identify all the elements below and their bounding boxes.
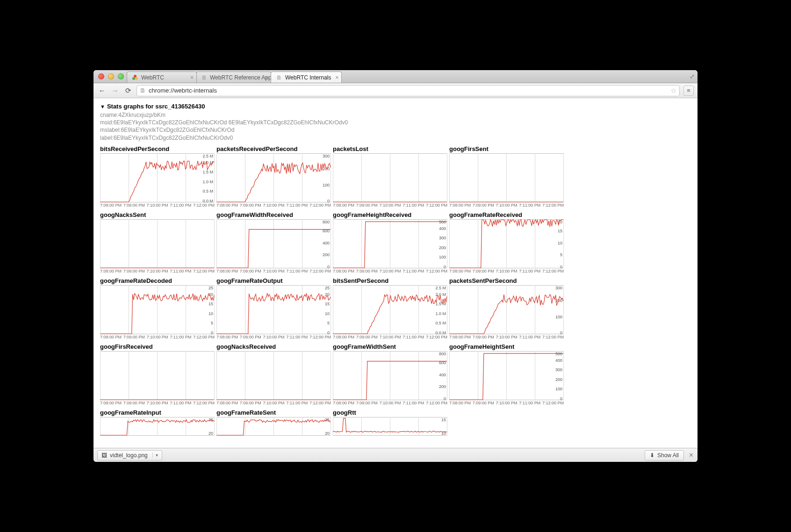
close-shelf-button[interactable]: ✕ (689, 452, 694, 459)
chart-x-axis: 7:08:00 PM7:09:00 PM7:10:00 PM7:11:00 PM… (449, 334, 564, 342)
meta-label: label:6E9IaEYkyxIkTCxDgc82ZGoEhICfxNuCKr… (100, 134, 691, 142)
chrome-menu-button[interactable]: ≡ (683, 86, 694, 96)
x-tick-label: 7:12:00 PM (426, 203, 447, 208)
chart-x-axis: 7:08:00 PM7:09:00 PM7:10:00 PM7:11:00 PM… (449, 400, 564, 408)
x-tick-label: 7:12:00 PM (309, 401, 331, 405)
charts-grid: bitsReceivedPerSecond0.0 M0.5 M1.0 M1.5 … (100, 145, 691, 436)
browser-tab[interactable]: WebRTC× (127, 72, 197, 83)
x-tick-label: 7:09:00 PM (123, 203, 145, 208)
x-tick-label: 7:08:00 PM (333, 269, 354, 273)
chart-x-axis: 7:08:00 PM7:09:00 PM7:10:00 PM7:11:00 PM… (216, 400, 331, 408)
download-item[interactable]: 🖼 vidtel_logo.png ▾ (97, 450, 162, 460)
download-menu-chevron-icon[interactable]: ▾ (152, 453, 158, 458)
x-tick-label: 7:11:00 PM (519, 335, 540, 339)
x-tick-label: 7:10:00 PM (379, 203, 401, 208)
x-tick-label: 7:08:00 PM (100, 269, 122, 273)
svg-text:0: 0 (327, 265, 330, 268)
svg-text:1.5 M: 1.5 M (202, 170, 213, 174)
forward-button[interactable]: → (110, 86, 120, 95)
svg-text:800: 800 (323, 220, 330, 224)
address-bar[interactable]: 🗎 chrome://webrtc-internals ☆ (137, 85, 680, 96)
x-tick-label: 7:09:00 PM (123, 269, 145, 273)
svg-point-0 (134, 75, 137, 78)
x-tick-label: 7:08:00 PM (100, 335, 122, 339)
x-tick-label: 7:09:00 PM (473, 335, 494, 339)
x-tick-label: 7:11:00 PM (286, 401, 308, 405)
x-tick-label: 7:10:00 PM (263, 401, 284, 405)
zoom-window-button[interactable] (118, 73, 124, 79)
close-window-button[interactable] (98, 73, 104, 79)
x-tick-label: 7:08:00 PM (449, 203, 471, 208)
x-tick-label: 7:09:00 PM (473, 203, 494, 208)
bookmark-star-icon[interactable]: ☆ (670, 86, 676, 95)
show-all-downloads-button[interactable]: ⬇ Show All (645, 450, 684, 460)
close-tab-icon[interactable]: × (190, 74, 194, 81)
x-tick-label: 7:10:00 PM (263, 203, 284, 208)
x-tick-label: 7:10:00 PM (496, 269, 517, 273)
svg-text:400: 400 (439, 226, 446, 230)
x-tick-label: 7:11:00 PM (170, 203, 191, 208)
x-tick-label: 7:11:00 PM (519, 401, 540, 405)
chart-title: googFrameWidthSent (333, 343, 447, 350)
page-content[interactable]: ▼ Stats graphs for ssrc_4136526430 cname… (93, 98, 698, 448)
x-tick-label: 7:10:00 PM (496, 335, 517, 339)
browser-tab[interactable]: 🗎WebRTC Reference App× (196, 72, 271, 83)
x-tick-label: 7:12:00 PM (426, 335, 447, 339)
svg-text:100: 100 (323, 182, 330, 187)
chart-plot: 2025 (100, 417, 215, 436)
svg-text:25: 25 (209, 286, 213, 290)
x-tick-label: 7:09:00 PM (240, 269, 261, 273)
svg-text:0.5 M: 0.5 M (202, 189, 213, 194)
x-tick-label: 7:09:00 PM (473, 401, 494, 405)
reload-button[interactable]: ⟳ (123, 86, 133, 95)
x-tick-label: 7:09:00 PM (356, 269, 378, 273)
stats-section-header[interactable]: ▼ Stats graphs for ssrc_4136526430 (100, 103, 691, 110)
minimize-window-button[interactable] (108, 73, 114, 79)
chart-plot: 0100200300400500 (333, 219, 447, 268)
chart-cell: googFrameRateInput2025 (100, 409, 215, 436)
close-tab-icon[interactable]: × (265, 74, 268, 81)
tab-title: WebRTC Internals (285, 74, 331, 81)
x-tick-label: 7:08:00 PM (333, 401, 354, 405)
svg-text:5: 5 (560, 252, 562, 257)
x-tick-label: 7:11:00 PM (403, 203, 424, 208)
x-tick-label: 7:08:00 PM (333, 335, 354, 339)
svg-text:5: 5 (327, 321, 330, 325)
disclosure-triangle-icon[interactable]: ▼ (100, 104, 105, 109)
browser-window: WebRTC×🗎WebRTC Reference App×🗎WebRTC Int… (93, 70, 698, 462)
x-tick-label: 7:10:00 PM (379, 335, 401, 339)
page-icon: 🗎 (140, 87, 146, 94)
svg-text:15: 15 (209, 302, 213, 306)
chart-plot: 0510152025 (100, 285, 215, 334)
svg-text:200: 200 (439, 245, 446, 250)
chart-plot: 0200400600800 (216, 219, 331, 268)
svg-point-1 (132, 77, 135, 80)
x-tick-label: 7:10:00 PM (146, 203, 168, 208)
x-tick-label: 7:08:00 PM (333, 203, 354, 208)
svg-text:0: 0 (327, 331, 330, 334)
svg-text:0: 0 (560, 331, 562, 334)
chart-title: googFirsSent (449, 145, 564, 152)
close-tab-icon[interactable]: × (335, 74, 338, 81)
webrtc-favicon-icon (132, 74, 138, 81)
x-tick-label: 7:11:00 PM (170, 269, 191, 273)
x-tick-label: 7:10:00 PM (263, 335, 284, 339)
chart-plot: 05101520 (449, 219, 564, 268)
chart-x-axis: 7:08:00 PM7:09:00 PM7:10:00 PM7:11:00 PM… (100, 202, 215, 210)
x-tick-label: 7:11:00 PM (286, 269, 308, 273)
chart-cell: googFrameWidthSent02004006008007:08:00 P… (333, 343, 447, 408)
chart-title: googFrameWidthReceived (216, 211, 331, 218)
expand-icon[interactable]: ⤢ (690, 73, 695, 80)
x-tick-label: 7:12:00 PM (426, 269, 447, 273)
x-tick-label: 7:10:00 PM (263, 269, 284, 273)
svg-text:300: 300 (439, 236, 446, 240)
meta-mslabel: mslabel:6E9IaEYkyxIkTCxDgc82ZGoEhICfxNuC… (100, 126, 691, 134)
back-button[interactable]: ← (97, 86, 107, 95)
browser-tab[interactable]: 🗎WebRTC Internals× (271, 72, 342, 83)
chart-title: googNacksSent (100, 211, 215, 218)
svg-text:5: 5 (211, 321, 213, 325)
svg-text:500: 500 (555, 352, 562, 356)
x-tick-label: 7:11:00 PM (519, 203, 540, 208)
svg-text:0: 0 (444, 396, 446, 400)
svg-text:200: 200 (555, 377, 562, 382)
